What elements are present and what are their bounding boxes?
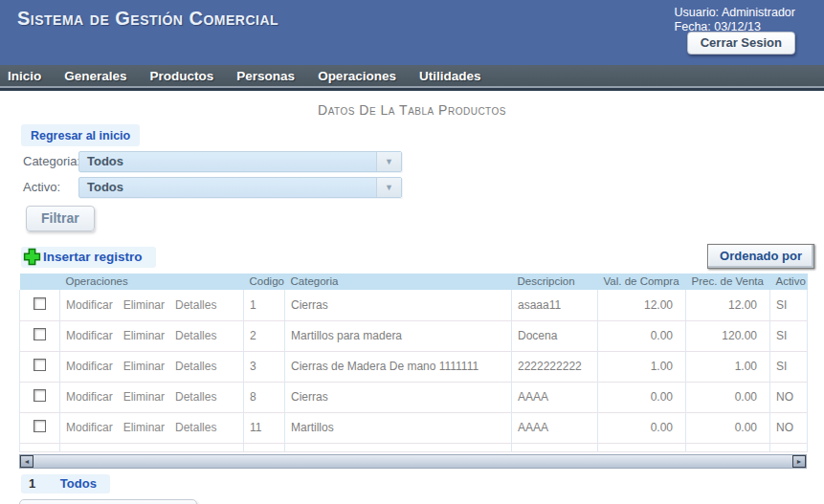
details-link[interactable]: Detalles [175, 421, 216, 434]
modify-link[interactable]: Modificar [66, 360, 113, 373]
menu-item-generales[interactable]: Generales [64, 69, 126, 83]
cell-val-compra: 0.00 [598, 412, 686, 443]
insert-record-label: Insertar registro [43, 250, 143, 264]
delete-link[interactable]: Eliminar [123, 298, 165, 312]
order-by-button[interactable]: Ordenado por [707, 244, 814, 269]
header-codigo: Codigo [244, 274, 285, 290]
delete-link[interactable]: Eliminar [123, 329, 165, 342]
cell-activo: SI [770, 320, 808, 351]
app-title: Sistema de Gestión Comercial [17, 8, 278, 30]
show-all-link[interactable]: Todos [60, 476, 97, 491]
table-header: Operaciones Codigo Categoria Descripcion… [20, 274, 808, 290]
cell-val-compra: 0.00 [598, 382, 686, 412]
content-area: Datos De La Tabla Productos Regresar al … [0, 102, 824, 504]
products-table: Operaciones Codigo Categoria Descripcion… [19, 274, 808, 452]
chevron-down-icon[interactable]: ▼ [376, 178, 401, 197]
cell-descripcion: AAAA [512, 382, 598, 412]
cell-descripcion: Docena [512, 320, 598, 351]
categoria-label: Categoria: [23, 154, 78, 168]
delete-link[interactable]: Eliminar [123, 360, 165, 373]
categoria-selected-value: Todos [79, 154, 376, 168]
cell-codigo: 3 [244, 351, 285, 382]
back-to-home-link[interactable]: Regresar al inicio [31, 129, 130, 142]
cell-activo: SI [770, 351, 808, 382]
cell-descripcion: AAAA [512, 412, 598, 443]
row-checkbox[interactable] [33, 328, 46, 340]
categoria-select[interactable]: Todos ▼ [78, 151, 402, 172]
cell-codigo: 1 [244, 290, 285, 320]
details-link[interactable]: Detalles [175, 329, 216, 342]
table-row: ModificarEliminarDetalles 8 Cierras AAAA… [20, 382, 808, 412]
row-checkbox[interactable] [33, 389, 46, 402]
cell-codigo: 2 [244, 320, 285, 351]
header-val-compra: Val. de Compra [598, 274, 686, 290]
modify-link[interactable]: Modificar [66, 298, 113, 312]
cell-val-compra: 12.00 [598, 290, 686, 320]
nav-divider [0, 88, 824, 91]
cell-descripcion: 2222222222 [512, 351, 598, 382]
delete-selected-button[interactable]: Eliminar seleccionados [19, 499, 197, 504]
page-title: Datos De La Tabla Productos [0, 102, 824, 118]
filter-row-categoria: Categoria: Todos ▼ [23, 150, 824, 172]
session-info: Usuario: Administrador Fecha: 03/12/13 [675, 6, 795, 34]
menu-item-personas[interactable]: Personas [236, 69, 295, 83]
header-activo: Activo [770, 274, 808, 290]
details-link[interactable]: Detalles [175, 390, 216, 404]
table-row: ModificarEliminarDetalles 2 Martillos pa… [20, 320, 808, 351]
activo-selected-value: Todos [79, 180, 376, 194]
chevron-down-icon[interactable]: ▼ [376, 152, 401, 171]
menu-item-inicio[interactable]: Inicio [8, 69, 41, 83]
back-link-wrap: Regresar al inicio [21, 124, 140, 146]
cell-categoria: Cierras [285, 290, 512, 320]
cell-prec-venta: 1.00 [686, 351, 770, 382]
modify-link[interactable]: Modificar [66, 390, 113, 404]
header-categoria: Categoria [285, 274, 512, 290]
filter-button[interactable]: Filtrar [26, 206, 95, 231]
table-row-empty [20, 443, 808, 451]
menu-item-productos[interactable]: Productos [150, 69, 214, 83]
cell-codigo: 11 [244, 412, 285, 443]
header-prec-venta: Prec. de Venta [686, 274, 770, 290]
row-checkbox[interactable] [33, 420, 46, 432]
scroll-left-button[interactable]: ◄ [20, 455, 33, 468]
table-row: ModificarEliminarDetalles 3 Cierras de M… [20, 351, 808, 382]
cell-activo: SI [770, 290, 808, 320]
cell-codigo: 8 [244, 382, 285, 412]
insert-record-link[interactable]: Insertar registro [21, 247, 156, 268]
scroll-right-button[interactable]: ► [792, 455, 806, 468]
pagination: 1 Todos [21, 474, 110, 493]
cell-prec-venta: 0.00 [686, 412, 770, 443]
modify-link[interactable]: Modificar [66, 329, 113, 342]
header-descripcion: Descripcion [512, 274, 598, 290]
cell-val-compra: 1.00 [598, 351, 686, 382]
cell-categoria: Martillos para madera [285, 320, 512, 351]
app-banner: Sistema de Gestión Comercial Usuario: Ad… [0, 0, 824, 65]
table-row: ModificarEliminarDetalles 1 Cierras asaa… [20, 290, 808, 320]
modify-link[interactable]: Modificar [66, 421, 113, 434]
page-number[interactable]: 1 [29, 476, 35, 491]
delete-link[interactable]: Eliminar [123, 421, 165, 434]
cell-activo: NO [770, 382, 808, 412]
cell-prec-venta: 12.00 [686, 290, 770, 320]
cell-categoria: Cierras de Madera De mano 1111111 [285, 351, 512, 382]
cell-activo: NO [770, 412, 808, 443]
horizontal-scrollbar[interactable]: ◄ ► [19, 454, 807, 469]
table-row: ModificarEliminarDetalles 11 Martillos A… [20, 412, 808, 443]
row-checkbox[interactable] [33, 297, 46, 310]
cell-descripcion: asaaa11 [512, 290, 598, 320]
menu-item-operaciones[interactable]: Operaciones [318, 69, 396, 83]
delete-link[interactable]: Eliminar [123, 390, 165, 404]
cell-categoria: Martillos [285, 412, 512, 443]
plus-icon [23, 248, 41, 266]
details-link[interactable]: Detalles [175, 360, 216, 373]
cell-prec-venta: 120.00 [686, 320, 770, 351]
logout-button[interactable]: Cerrar Sesion [687, 32, 795, 55]
cell-val-compra: 0.00 [598, 320, 686, 351]
cell-prec-venta: 0.00 [686, 382, 770, 412]
menu-item-utilidades[interactable]: Utilidades [419, 69, 481, 83]
details-link[interactable]: Detalles [175, 298, 216, 312]
activo-select[interactable]: Todos ▼ [78, 177, 402, 198]
filter-row-activo: Activo: Todos ▼ [23, 176, 824, 198]
user-label: Usuario: Administrador [675, 6, 795, 20]
row-checkbox[interactable] [33, 359, 46, 371]
